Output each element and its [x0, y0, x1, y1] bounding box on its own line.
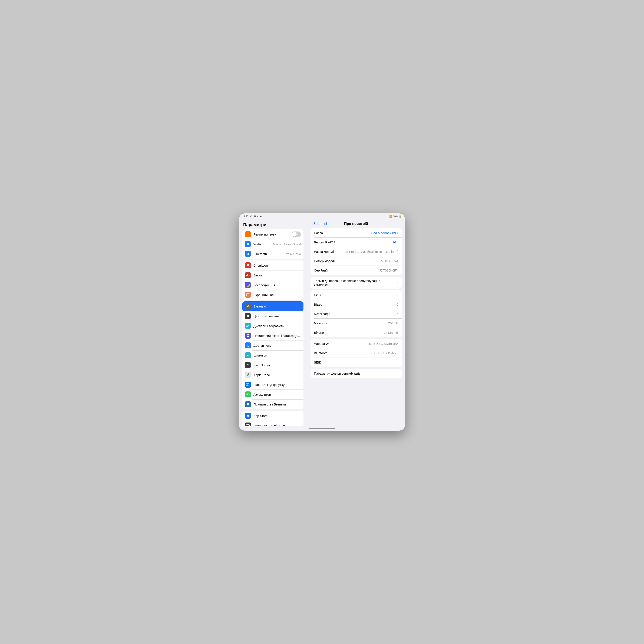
privacy-icon: [245, 401, 251, 407]
video-value: 0: [397, 303, 398, 306]
video-label: Відео: [314, 303, 397, 306]
sidebar-item-battery[interactable]: Акумулятор: [242, 390, 303, 399]
detail-row-name[interactable]: Назва iPad MacBook (2) ›: [310, 228, 402, 237]
wallet-icon: [245, 423, 251, 426]
siri-icon: [245, 362, 251, 368]
controlcenter-label: Центр керування: [253, 314, 301, 318]
home-indicator: [239, 426, 405, 431]
photos-label: Фотографії: [314, 312, 395, 316]
detail-title: Про пристрій: [344, 222, 368, 226]
airplane-icon: ✈: [245, 231, 251, 237]
svg-point-4: [247, 316, 248, 317]
wifi-label: Wi-Fi: [253, 242, 273, 246]
svg-point-17: [248, 384, 248, 385]
svg-rect-6: [247, 334, 248, 335]
wifi-icon: [245, 241, 251, 247]
ipados-value: 16: [392, 240, 396, 244]
sidebar-item-wallpaper[interactable]: Шпалери: [242, 350, 303, 360]
accessibility-icon: [245, 342, 251, 348]
sidebar-item-faceid[interactable]: Face ID і код допуску: [242, 380, 303, 390]
sidebar-item-privacy[interactable]: Приватність і Безпека: [242, 399, 303, 409]
sidebar-item-notifications[interactable]: Сповіщення: [242, 260, 303, 270]
free-value: 243,56 ГБ: [384, 331, 398, 334]
modelnumber-label: Номер моделі: [314, 259, 381, 263]
detail-row-service[interactable]: Термін дії права на сервісне обслуговува…: [310, 277, 402, 289]
svg-point-3: [248, 315, 249, 316]
faceid-icon: [245, 382, 251, 388]
back-button[interactable]: ‹ Загальні: [311, 221, 327, 226]
general-icon: [245, 303, 251, 309]
wallet-label: Гаманець і Apple Pay: [253, 424, 301, 427]
display-icon: AA: [245, 323, 251, 329]
sidebar: Параметри ✈ Режим польоту Wi-Fi Macbookk…: [239, 219, 307, 426]
ipados-chevron-icon: ›: [397, 240, 398, 244]
name-label: Назва: [314, 231, 371, 235]
seid-label: SEID: [314, 361, 396, 364]
back-chevron-icon: ‹: [311, 221, 313, 226]
sidebar-item-accessibility[interactable]: Доступність: [242, 341, 303, 350]
notifications-icon: [245, 262, 251, 268]
status-time: 13:55: [242, 215, 248, 218]
svg-rect-13: [247, 383, 247, 384]
detail-row-ipados[interactable]: Версія iPadOS 16 ›: [310, 237, 402, 247]
detail-row-modelname: Назва моделі iPad Pro (12,9 дюйма) (5-го…: [310, 247, 402, 256]
detail-row-seid[interactable]: SEID ›: [310, 358, 402, 367]
bluetooth-label: Bluetooth: [253, 252, 286, 256]
sidebar-item-sounds[interactable]: Звуки: [242, 270, 303, 280]
sidebar-item-wallet[interactable]: Гаманець і Apple Pay: [242, 421, 303, 426]
display-label: Дисплей і яскравість: [253, 324, 301, 328]
controlcenter-icon: [245, 313, 251, 319]
detail-group-certificates: Параметри довіри сертифікатів ›: [310, 369, 402, 378]
sounds-icon: [245, 272, 251, 278]
status-bar: 13:55 Ср 18 жовт. 🛜 26% 🔋: [239, 213, 405, 219]
sidebar-item-airplane[interactable]: ✈ Режим польоту: [242, 229, 303, 239]
screentime-icon: [245, 292, 251, 298]
sidebar-item-general[interactable]: Загальні: [242, 301, 303, 311]
detail-row-certificates[interactable]: Параметри довіри сертифікатів ›: [310, 369, 402, 378]
seid-chevron-icon: ›: [397, 361, 398, 364]
sidebar-item-focus[interactable]: 🌙 Зосередження: [242, 280, 303, 290]
homescreen-label: Початковий екран і багатозад...: [253, 334, 301, 338]
wifi-value: Macbookkiev Guest: [273, 242, 301, 246]
accessibility-label: Доступність: [253, 344, 301, 347]
sidebar-item-screentime[interactable]: Екранний час: [242, 290, 303, 300]
svg-point-10: [248, 344, 248, 345]
svg-rect-15: [247, 385, 247, 386]
battery-status: 26%: [393, 215, 398, 218]
modelnumber-value: MHNJ3LZ/A: [381, 259, 398, 263]
svg-point-5: [248, 316, 249, 317]
bluetooth-address-value: 50:ED:3C:BD:5A:20: [370, 351, 398, 355]
notifications-label: Сповіщення: [253, 264, 301, 267]
certificates-chevron-icon: ›: [397, 372, 398, 375]
sidebar-item-siri[interactable]: Siri і Пошук: [242, 360, 303, 370]
airplane-toggle[interactable]: [292, 231, 301, 237]
appstore-icon: [245, 413, 251, 419]
sidebar-item-applepencil[interactable]: Apple Pencil: [242, 370, 303, 380]
svg-point-12: [248, 366, 248, 366]
ipad-device: 13:55 Ср 18 жовт. 🛜 26% 🔋 Параметри ✈ Ре…: [239, 213, 405, 431]
sidebar-item-homescreen[interactable]: Початковий екран і багатозад...: [242, 331, 303, 341]
sidebar-group-alerts: Сповіщення Звуки 🌙 Зосередження Екр: [242, 260, 303, 300]
modelname-label: Назва моделі: [314, 250, 342, 253]
home-bar: [309, 428, 335, 429]
bluetooth-address-label: Bluetooth: [314, 351, 370, 355]
detail-row-bluetooth-address: Bluetooth 50:ED:3C:BD:5A:20: [310, 348, 402, 358]
wallpaper-label: Шпалери: [253, 354, 301, 357]
detail-row-modelnumber: Номер моделі MHNJ3LZ/A: [310, 256, 402, 266]
sidebar-item-wifi[interactable]: Wi-Fi Macbookkiev Guest: [242, 239, 303, 249]
sidebar-item-display[interactable]: AA Дисплей і яскравість: [242, 321, 303, 331]
wifi-address-label: Адреса Wi-Fi: [314, 342, 369, 345]
sidebar-item-controlcenter[interactable]: Центр керування: [242, 311, 303, 321]
detail-content: Назва iPad MacBook (2) › Версія iPadOS 1…: [307, 228, 405, 378]
detail-row-video: Відео 0: [310, 300, 402, 309]
svg-rect-14: [248, 383, 249, 384]
sidebar-item-appstore[interactable]: App Store: [242, 411, 303, 421]
bluetooth-value: Увімкнено: [286, 252, 301, 256]
sidebar-item-bluetooth[interactable]: B Bluetooth Увімкнено: [242, 249, 303, 259]
ipados-label: Версія iPadOS: [314, 240, 392, 244]
appstore-label: App Store: [253, 414, 301, 418]
battery-label: Акумулятор: [253, 393, 301, 396]
focus-label: Зосередження: [253, 283, 301, 287]
detail-group-media: Пісні 0 Відео 0 Фотографії 26 Місткість …: [310, 290, 402, 337]
serial-label: Серійний: [314, 269, 379, 272]
